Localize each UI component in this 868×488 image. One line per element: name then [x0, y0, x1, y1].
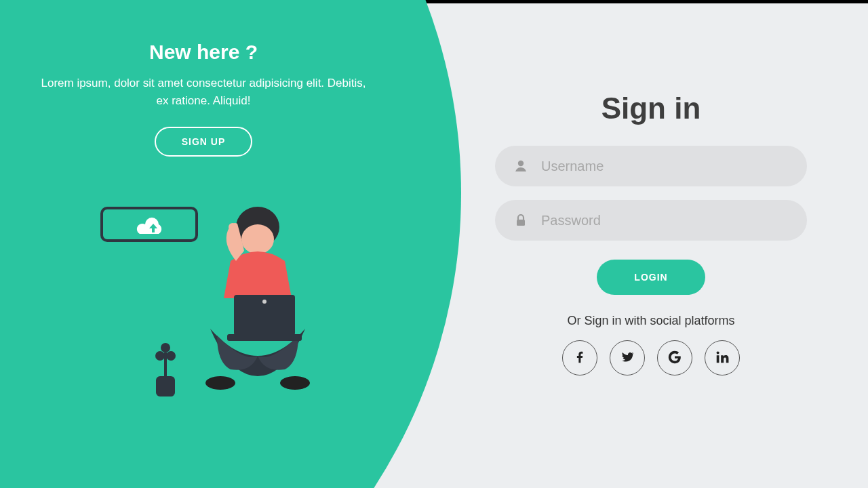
svg-rect-10: [156, 376, 175, 396]
svg-point-13: [166, 351, 176, 361]
login-button[interactable]: LOGIN: [597, 260, 705, 295]
svg-point-3: [241, 224, 274, 254]
password-input[interactable]: [541, 213, 789, 228]
lock-icon: [513, 212, 529, 228]
svg-point-14: [161, 343, 170, 352]
google-button[interactable]: [657, 340, 692, 375]
promo-illustration: [88, 193, 346, 417]
signup-button[interactable]: SIGN UP: [155, 127, 253, 157]
svg-rect-16: [517, 220, 525, 226]
google-icon: [667, 350, 682, 367]
svg-point-18: [717, 351, 719, 354]
svg-rect-8: [227, 334, 302, 341]
facebook-icon: [572, 350, 587, 367]
svg-point-12: [155, 351, 165, 361]
user-icon: [513, 158, 529, 174]
svg-point-6: [280, 376, 310, 390]
username-field-wrap[interactable]: [495, 146, 807, 186]
twitter-icon: [620, 350, 635, 367]
facebook-button[interactable]: [562, 340, 597, 375]
linkedin-button[interactable]: [705, 340, 740, 375]
social-buttons-row: [495, 340, 807, 375]
svg-rect-17: [717, 355, 719, 363]
form-title: Sign in: [495, 92, 807, 125]
social-label: Or Sign in with social platforms: [495, 314, 807, 328]
svg-point-4: [229, 223, 237, 231]
svg-point-5: [205, 376, 235, 390]
svg-point-15: [518, 161, 524, 166]
svg-point-9: [262, 300, 267, 304]
linkedin-icon: [715, 350, 730, 367]
promo-body: Lorem ipsum, dolor sit amet consectetur …: [41, 75, 366, 110]
username-input[interactable]: [541, 159, 789, 174]
promo-panel: New here ? Lorem ipsum, dolor sit amet c…: [41, 41, 366, 157]
signin-form: Sign in LOGIN Or Sign in with social pla…: [495, 92, 807, 375]
promo-heading: New here ?: [41, 41, 366, 64]
password-field-wrap[interactable]: [495, 200, 807, 241]
twitter-button[interactable]: [610, 340, 645, 375]
